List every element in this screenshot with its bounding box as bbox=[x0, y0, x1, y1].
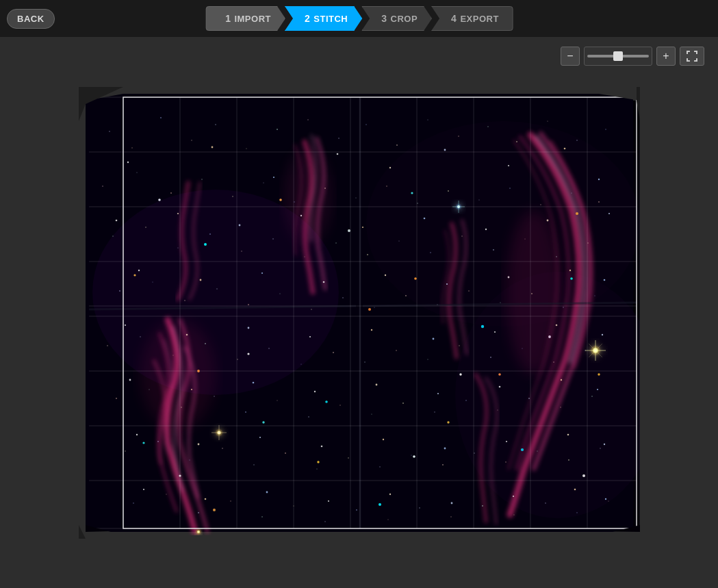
svg-point-192 bbox=[320, 445, 322, 447]
steps-container: 1 IMPORT 2 STITCH 3 CROP 4 EXPORT bbox=[205, 6, 513, 31]
step-import-label: IMPORT bbox=[234, 14, 271, 24]
svg-point-202 bbox=[389, 493, 390, 494]
svg-point-233 bbox=[413, 455, 415, 458]
svg-point-16 bbox=[191, 140, 192, 140]
svg-point-94 bbox=[553, 361, 554, 363]
step-import[interactable]: 1 IMPORT bbox=[205, 6, 285, 31]
svg-point-78 bbox=[563, 307, 563, 307]
svg-point-137 bbox=[419, 507, 420, 509]
svg-point-75 bbox=[468, 290, 470, 292]
svg-point-155 bbox=[238, 224, 240, 226]
svg-point-187 bbox=[560, 379, 561, 380]
svg-point-220 bbox=[133, 274, 136, 276]
svg-point-217 bbox=[368, 308, 371, 311]
svg-point-208 bbox=[325, 400, 328, 403]
svg-point-228 bbox=[247, 353, 249, 355]
svg-point-122 bbox=[442, 464, 444, 465]
svg-point-108 bbox=[497, 409, 498, 410]
svg-point-54 bbox=[304, 256, 305, 257]
svg-point-28 bbox=[547, 120, 548, 121]
svg-point-44 bbox=[509, 188, 511, 189]
svg-point-199 bbox=[204, 498, 206, 500]
svg-point-109 bbox=[528, 398, 530, 399]
svg-point-113 bbox=[157, 441, 159, 442]
svg-point-257 bbox=[284, 149, 332, 244]
svg-point-91 bbox=[459, 345, 459, 346]
svg-point-148 bbox=[389, 166, 390, 168]
svg-point-121 bbox=[411, 455, 411, 455]
svg-point-73 bbox=[405, 295, 407, 296]
svg-point-84 bbox=[237, 359, 238, 359]
svg-point-67 bbox=[216, 288, 217, 289]
svg-point-35 bbox=[232, 196, 233, 197]
svg-point-152 bbox=[598, 178, 599, 179]
svg-point-225 bbox=[414, 277, 417, 280]
svg-point-72 bbox=[374, 307, 374, 307]
svg-point-169 bbox=[569, 269, 570, 270]
zoom-plus-button[interactable]: + bbox=[656, 47, 676, 66]
svg-point-57 bbox=[398, 240, 399, 241]
svg-point-206 bbox=[604, 498, 606, 499]
step-stitch[interactable]: 2 STITCH bbox=[285, 6, 362, 31]
svg-point-186 bbox=[498, 385, 500, 387]
svg-point-157 bbox=[361, 226, 363, 227]
svg-point-180 bbox=[129, 379, 131, 381]
svg-point-191 bbox=[259, 436, 260, 437]
svg-point-90 bbox=[427, 359, 428, 359]
svg-point-222 bbox=[498, 373, 501, 376]
zoom-slider-container bbox=[584, 47, 652, 66]
svg-point-39 bbox=[355, 197, 356, 198]
image-viewport[interactable] bbox=[79, 87, 640, 539]
svg-point-194 bbox=[444, 447, 446, 449]
svg-point-56 bbox=[367, 254, 368, 255]
svg-point-64 bbox=[119, 290, 120, 292]
svg-point-185 bbox=[437, 392, 438, 394]
svg-point-55 bbox=[335, 242, 336, 243]
svg-point-43 bbox=[478, 199, 479, 200]
svg-point-189 bbox=[136, 433, 137, 435]
svg-point-106 bbox=[434, 411, 435, 412]
svg-point-59 bbox=[461, 235, 462, 236]
svg-point-32 bbox=[136, 172, 137, 172]
svg-point-99 bbox=[214, 396, 214, 396]
svg-point-234 bbox=[582, 474, 585, 477]
svg-point-123 bbox=[474, 452, 474, 453]
step-crop[interactable]: 3 CROP bbox=[361, 6, 432, 31]
svg-point-163 bbox=[199, 279, 201, 281]
svg-point-112 bbox=[125, 450, 125, 451]
step-crop-label: CROP bbox=[391, 14, 418, 24]
svg-point-42 bbox=[448, 190, 449, 192]
svg-point-102 bbox=[308, 416, 309, 418]
svg-point-89 bbox=[396, 350, 397, 351]
svg-point-177 bbox=[493, 331, 495, 332]
svg-point-204 bbox=[512, 495, 513, 496]
svg-point-46 bbox=[571, 192, 572, 193]
svg-point-125 bbox=[537, 450, 537, 451]
svg-point-213 bbox=[379, 503, 381, 506]
svg-point-87 bbox=[333, 352, 334, 353]
svg-point-184 bbox=[375, 383, 377, 385]
svg-point-105 bbox=[402, 402, 404, 404]
svg-point-33 bbox=[170, 192, 172, 194]
svg-point-20 bbox=[307, 119, 308, 120]
svg-point-21 bbox=[338, 138, 339, 139]
svg-point-58 bbox=[430, 252, 431, 253]
svg-point-27 bbox=[516, 141, 517, 142]
svg-point-110 bbox=[560, 407, 561, 407]
svg-point-182 bbox=[252, 381, 254, 383]
zoom-slider[interactable] bbox=[587, 55, 649, 57]
fullscreen-button[interactable] bbox=[680, 47, 704, 66]
zoom-minus-button[interactable]: − bbox=[561, 47, 580, 66]
svg-point-164 bbox=[261, 272, 262, 273]
svg-point-88 bbox=[364, 361, 365, 362]
svg-point-80 bbox=[107, 345, 108, 346]
svg-point-86 bbox=[300, 363, 301, 364]
step-stitch-label: STITCH bbox=[313, 14, 348, 24]
svg-point-149 bbox=[444, 149, 446, 151]
svg-point-226 bbox=[598, 373, 600, 375]
svg-point-174 bbox=[309, 335, 310, 337]
back-button[interactable]: BACK bbox=[7, 9, 55, 29]
svg-point-92 bbox=[490, 357, 491, 358]
step-export[interactable]: 4 EXPORT bbox=[431, 6, 513, 31]
svg-point-151 bbox=[563, 147, 565, 149]
